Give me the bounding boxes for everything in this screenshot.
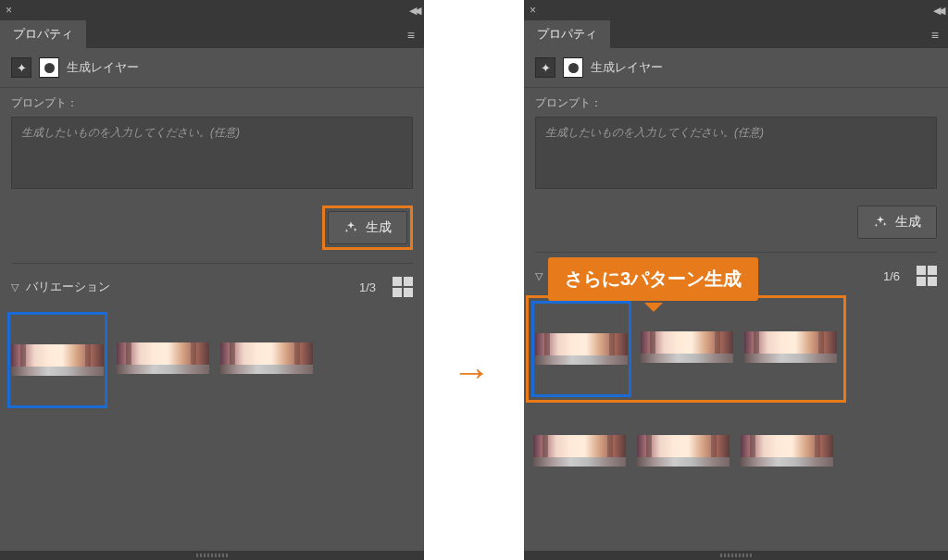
thumb-image	[637, 435, 730, 467]
generate-button[interactable]: 生成	[857, 205, 937, 239]
collapse-icon[interactable]: ◀◀	[409, 5, 418, 17]
variation-count: 1/3	[359, 280, 376, 294]
variation-thumb[interactable]	[739, 404, 835, 497]
prompt-input[interactable]: 生成したいものを入力してください。(任意)	[535, 117, 937, 189]
layer-type-label: 生成レイヤー	[67, 59, 139, 76]
layer-mask-icon[interactable]	[39, 57, 59, 78]
generate-button[interactable]: 生成	[328, 211, 407, 244]
variation-row: ▽ バリエーション 1/3	[0, 264, 424, 306]
generate-row: 生成	[524, 198, 948, 252]
grid-view-icon[interactable]	[393, 277, 413, 297]
chevron-down-icon[interactable]: ▽	[535, 270, 543, 282]
thumb-image	[535, 333, 628, 365]
tab-properties[interactable]: プロパティ	[0, 20, 86, 48]
generate-highlight-box: 生成	[322, 205, 413, 250]
layer-row: ✦ 生成レイヤー	[524, 48, 948, 88]
tab-row: プロパティ ≡	[0, 20, 424, 48]
thumb-image	[641, 331, 733, 363]
tab-properties[interactable]: プロパティ	[524, 20, 610, 48]
layer-type-label: 生成レイヤー	[591, 59, 663, 76]
layer-row: ✦ 生成レイヤー	[0, 48, 424, 88]
prompt-section: プロンプト： 生成したいものを入力してください。(任意)	[0, 88, 424, 198]
prompt-label: プロンプト：	[11, 95, 413, 111]
sparkle-icon	[873, 215, 888, 230]
star-pin-icon[interactable]: ✦	[11, 57, 31, 78]
thumb-image	[741, 435, 833, 467]
layer-mask-icon[interactable]	[563, 57, 583, 78]
panel-menu-icon[interactable]: ≡	[398, 22, 424, 48]
variation-thumb[interactable]	[115, 312, 211, 404]
generate-button-label: 生成	[895, 214, 921, 230]
tab-row: プロパティ ≡	[524, 20, 948, 48]
star-pin-icon[interactable]: ✦	[535, 57, 555, 78]
annotation-callout: さらに3パターン生成	[548, 257, 758, 301]
collapse-icon[interactable]: ◀◀	[933, 5, 942, 17]
panel-header: × ◀◀	[0, 0, 424, 20]
variation-thumb[interactable]	[639, 301, 735, 393]
variation-thumb[interactable]	[218, 312, 315, 404]
properties-panel-left: × ◀◀ プロパティ ≡ ✦ 生成レイヤー プロンプト： 生成したいものを入力し…	[0, 0, 424, 560]
variation-count: 1/6	[883, 269, 900, 283]
generate-button-label: 生成	[366, 219, 392, 236]
thumb-image	[220, 342, 313, 374]
arrow-icon: →	[452, 350, 491, 394]
panel-header: × ◀◀	[524, 0, 948, 20]
prompt-label: プロンプト：	[535, 95, 937, 111]
chevron-down-icon[interactable]: ▽	[11, 281, 19, 293]
thumb-image	[11, 344, 104, 376]
variation-thumb[interactable]	[635, 404, 731, 497]
sparkle-icon	[343, 220, 358, 235]
variation-label: バリエーション	[26, 279, 352, 295]
close-icon[interactable]: ×	[530, 4, 536, 17]
variation-thumb[interactable]	[531, 404, 628, 497]
prompt-input[interactable]: 生成したいものを入力してください。(任意)	[11, 117, 413, 189]
thumb-image	[533, 435, 626, 467]
panel-resize-grip[interactable]	[524, 551, 948, 560]
panel-resize-grip[interactable]	[0, 551, 424, 560]
thumbnails-container	[0, 306, 424, 408]
generate-row: 生成	[0, 198, 424, 263]
thumb-image	[117, 342, 209, 374]
thumbnails-container	[524, 295, 948, 497]
close-icon[interactable]: ×	[6, 4, 12, 17]
panel-menu-icon[interactable]: ≡	[922, 22, 948, 48]
prompt-section: プロンプト： 生成したいものを入力してください。(任意)	[524, 88, 948, 198]
variation-thumb[interactable]	[7, 312, 107, 408]
grid-view-icon[interactable]	[917, 266, 937, 286]
variation-thumb[interactable]	[531, 301, 631, 397]
variation-thumb[interactable]	[742, 301, 839, 393]
thumb-image	[744, 331, 837, 363]
